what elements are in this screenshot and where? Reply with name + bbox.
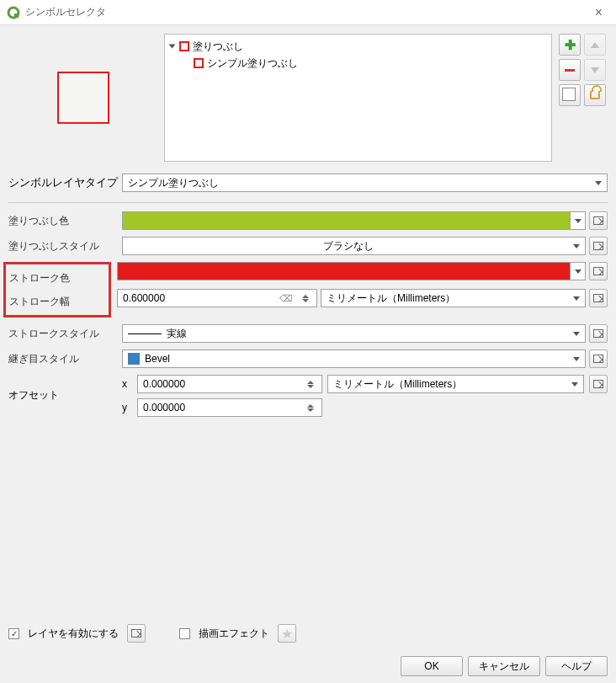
fill-style-value: ブラシなし: [128, 239, 568, 253]
lock-icon: [590, 91, 600, 99]
add-layer-button[interactable]: ✚: [559, 34, 581, 56]
bevel-icon: [128, 353, 140, 365]
titlebar: シンボルセレクタ ×: [0, 0, 616, 25]
window-title: シンボルセレクタ: [25, 5, 106, 19]
offset-y-input[interactable]: 0.000000: [137, 398, 322, 417]
stroke-color-override-button[interactable]: [589, 262, 608, 280]
offset-y-value: 0.000000: [143, 402, 185, 414]
stroke-style-label: ストロークスタイル: [8, 327, 122, 341]
chevron-down-icon: [575, 269, 581, 274]
layer-tree[interactable]: 塗りつぶし シンプル塗りつぶし: [164, 34, 552, 162]
offset-x-label: x: [122, 378, 132, 390]
offset-label: オフセット: [8, 375, 122, 403]
join-style-select[interactable]: Bevel: [122, 350, 586, 368]
override-icon: [593, 329, 603, 338]
draw-effect-checkbox[interactable]: [179, 628, 190, 639]
star-icon: ★: [281, 626, 293, 642]
override-icon: [593, 242, 603, 250]
chevron-down-icon: [573, 244, 580, 248]
plus-icon: ✚: [565, 37, 576, 53]
join-style-label: 継ぎ目スタイル: [8, 352, 122, 366]
preview-square: [57, 72, 109, 124]
chevron-down-icon: [573, 357, 580, 361]
enable-layer-checkbox[interactable]: [8, 628, 19, 639]
stroke-width-label: ストローク幅: [9, 290, 105, 313]
draw-effect-button[interactable]: ★: [278, 624, 296, 643]
override-icon: [131, 629, 141, 638]
offset-x-input[interactable]: 0.000000: [137, 375, 322, 393]
help-button[interactable]: ヘルプ: [545, 656, 608, 676]
chevron-down-icon: [575, 219, 581, 223]
spinner[interactable]: [305, 404, 316, 412]
symbol-swatch-icon: [179, 41, 189, 51]
offset-override-button[interactable]: [589, 375, 608, 393]
move-up-button[interactable]: [584, 34, 606, 56]
cancel-button[interactable]: キャンセル: [468, 656, 540, 676]
draw-effect-label: 描画エフェクト: [199, 627, 269, 641]
move-down-button[interactable]: [584, 59, 606, 81]
expand-icon[interactable]: [169, 45, 176, 49]
symbol-preview: [8, 34, 157, 162]
offset-unit-value: ミリメートル（Millimeters）: [333, 377, 566, 392]
line-preview-icon: [128, 333, 162, 334]
highlight-annotation: ストローク色 ストローク幅: [3, 262, 111, 317]
fill-color-label: 塗りつぶし色: [8, 214, 122, 228]
remove-layer-button[interactable]: [559, 59, 581, 81]
arrow-up-icon: [591, 42, 599, 48]
fill-color-picker[interactable]: [122, 211, 586, 230]
override-icon: [593, 216, 603, 225]
spinner[interactable]: [300, 295, 311, 302]
join-style-value: Bevel: [145, 353, 170, 365]
stroke-style-value: 実線: [167, 327, 187, 341]
symbol-swatch-icon: [194, 58, 204, 68]
offset-y-label: y: [122, 402, 132, 414]
separator: [8, 202, 608, 203]
layer-type-select[interactable]: シンプル塗りつぶし: [122, 173, 608, 192]
ok-button[interactable]: OK: [401, 656, 463, 676]
stroke-style-override-button[interactable]: [589, 324, 608, 343]
fill-color-swatch: [123, 212, 570, 229]
stroke-color-picker[interactable]: [117, 262, 586, 280]
stroke-color-label: ストローク色: [9, 266, 105, 290]
tree-child-label: シンプル塗りつぶし: [207, 56, 298, 71]
override-icon: [593, 294, 603, 302]
lock-layer-button[interactable]: [584, 84, 606, 106]
stroke-width-input[interactable]: 0.600000 ⌫: [117, 289, 317, 307]
stroke-width-unit-select[interactable]: ミリメートル（Millimeters）: [321, 289, 586, 307]
stroke-width-override-button[interactable]: [589, 289, 608, 307]
chevron-down-icon: [573, 296, 580, 301]
tree-root-label: 塗りつぶし: [193, 40, 243, 54]
stroke-style-select[interactable]: 実線: [122, 324, 586, 343]
override-icon: [593, 355, 603, 363]
layer-type-label: シンボルレイヤタイプ: [8, 175, 122, 190]
layer-type-value: シンプル塗りつぶし: [128, 176, 590, 190]
arrow-down-icon: [591, 67, 599, 73]
fill-color-override-button[interactable]: [589, 211, 608, 230]
fill-style-override-button[interactable]: [589, 237, 608, 255]
chevron-down-icon: [595, 181, 602, 185]
join-style-override-button[interactable]: [589, 350, 608, 368]
enable-layer-override-button[interactable]: [127, 624, 146, 643]
minus-icon: [565, 69, 575, 72]
clear-icon[interactable]: ⌫: [279, 293, 293, 304]
override-icon: [593, 380, 603, 388]
stroke-color-swatch: [118, 263, 570, 280]
offset-unit-select[interactable]: ミリメートル（Millimeters）: [327, 375, 584, 393]
tree-row-root[interactable]: 塗りつぶし: [170, 38, 546, 55]
override-icon: [593, 267, 603, 275]
svg-rect-1: [14, 13, 19, 18]
layer-tool-buttons: ✚: [559, 34, 608, 162]
offset-x-value: 0.000000: [143, 378, 185, 390]
chevron-down-icon: [573, 332, 580, 336]
spinner[interactable]: [305, 381, 316, 388]
duplicate-icon: [564, 89, 576, 101]
fill-style-select[interactable]: ブラシなし: [122, 237, 586, 255]
chevron-down-icon: [571, 382, 578, 387]
tree-row-child[interactable]: シンプル塗りつぶし: [170, 55, 546, 72]
close-icon[interactable]: ×: [588, 5, 609, 20]
duplicate-layer-button[interactable]: [559, 84, 581, 106]
fill-style-label: 塗りつぶしスタイル: [8, 239, 122, 253]
stroke-width-unit-value: ミリメートル（Millimeters）: [327, 291, 568, 306]
enable-layer-label: レイヤを有効にする: [28, 627, 119, 641]
stroke-width-value: 0.600000: [123, 292, 165, 304]
